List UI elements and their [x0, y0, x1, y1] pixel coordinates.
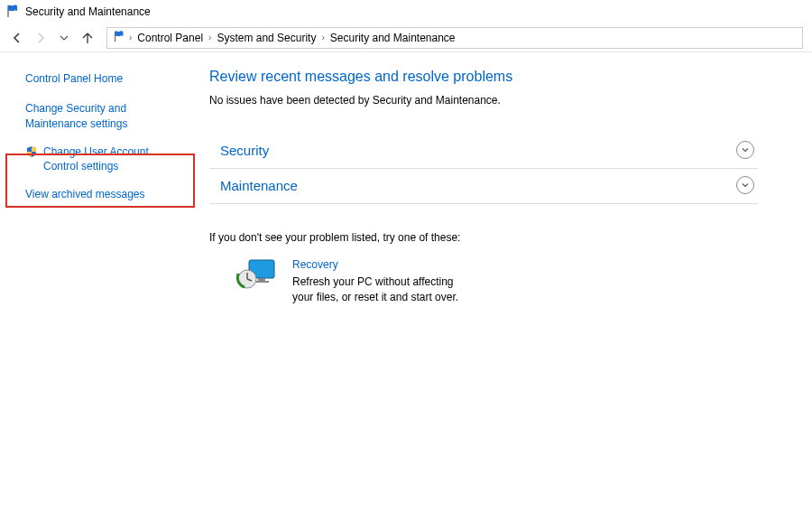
- chevron-right-icon: ›: [321, 33, 324, 42]
- recovery-title[interactable]: Recovery: [292, 258, 473, 271]
- recent-dropdown[interactable]: [56, 30, 72, 46]
- sidebar: Control Panel Home Change Security and M…: [0, 52, 197, 512]
- svg-rect-2: [254, 281, 269, 283]
- main-panel: Review recent messages and resolve probl…: [197, 52, 812, 512]
- section-title: Security: [220, 143, 269, 158]
- section-security[interactable]: Security: [209, 134, 758, 169]
- forward-button[interactable]: [32, 30, 49, 46]
- recovery-item[interactable]: Recovery Refresh your PC without affecti…: [236, 258, 758, 305]
- section-title: Maintenance: [220, 178, 298, 193]
- annotation-highlight: [5, 154, 195, 208]
- navbar: › Control Panel › System and Security › …: [0, 23, 812, 52]
- sidebar-link-label: Change Security and Maintenance settings: [25, 101, 180, 132]
- window-titlebar: Security and Maintenance: [0, 0, 812, 23]
- chevron-down-icon[interactable]: [736, 176, 754, 194]
- status-text: No issues have been detected by Security…: [209, 94, 758, 107]
- chevron-down-icon[interactable]: [736, 141, 754, 159]
- address-bar[interactable]: › Control Panel › System and Security › …: [106, 27, 803, 49]
- footer-text: If you don't see your problem listed, tr…: [209, 231, 758, 244]
- recovery-description: Refresh your PC without affecting your f…: [292, 275, 473, 305]
- chevron-right-icon: ›: [129, 33, 132, 42]
- breadcrumb-item[interactable]: Security and Maintenance: [328, 32, 457, 44]
- recovery-icon: [236, 258, 276, 293]
- svg-rect-1: [258, 278, 265, 281]
- section-maintenance[interactable]: Maintenance: [209, 169, 758, 204]
- flag-icon: [5, 4, 25, 21]
- page-heading: Review recent messages and resolve probl…: [209, 69, 758, 85]
- flag-icon: [113, 30, 125, 45]
- breadcrumb-item[interactable]: Control Panel: [135, 32, 205, 44]
- window-title: Security and Maintenance: [25, 5, 151, 18]
- sidebar-link-security-maintenance-settings[interactable]: Change Security and Maintenance settings: [25, 101, 180, 132]
- chevron-right-icon: ›: [208, 33, 211, 42]
- breadcrumb-item[interactable]: System and Security: [215, 32, 318, 44]
- up-button[interactable]: [79, 30, 96, 46]
- back-button[interactable]: [9, 30, 25, 46]
- control-panel-home-link[interactable]: Control Panel Home: [25, 72, 180, 85]
- recovery-text: Recovery Refresh your PC without affecti…: [292, 258, 473, 305]
